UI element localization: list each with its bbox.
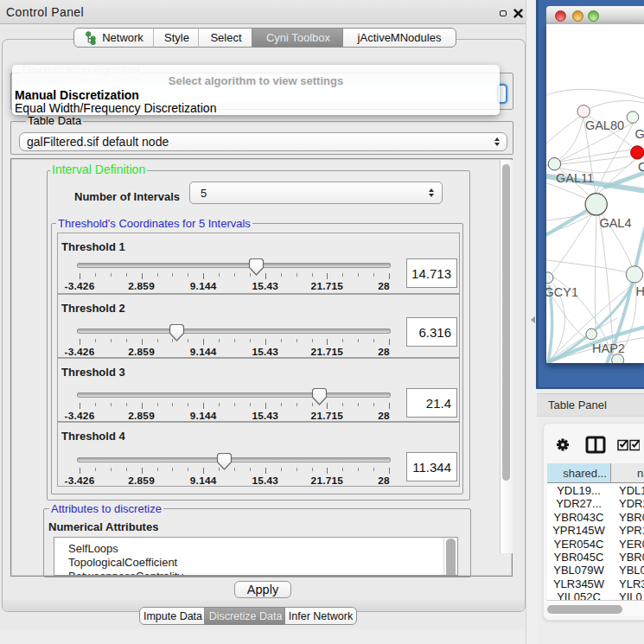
svg-text:GAL4: GAL4 bbox=[599, 216, 631, 230]
svg-text:C: C bbox=[638, 160, 644, 174]
svg-text:H: H bbox=[636, 284, 644, 298]
svg-text:GAL11: GAL11 bbox=[556, 171, 594, 185]
svg-text:GAL80: GAL80 bbox=[585, 118, 624, 132]
svg-text:HAP2: HAP2 bbox=[592, 341, 625, 355]
svg-text:GA: GA bbox=[635, 127, 644, 141]
svg-text:GCY1: GCY1 bbox=[546, 285, 578, 299]
